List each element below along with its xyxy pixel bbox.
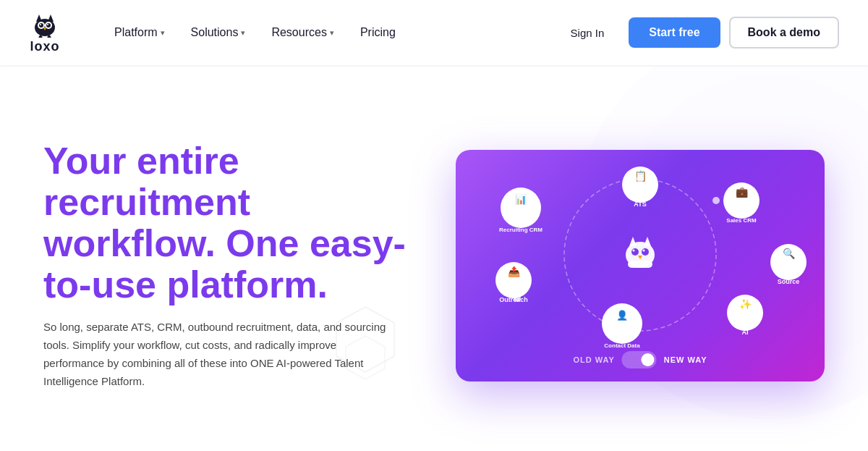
main-content: Your entire recruitment workflow. One ea… bbox=[0, 65, 868, 451]
nav-pricing[interactable]: Pricing bbox=[350, 20, 406, 45]
svg-marker-23 bbox=[644, 237, 651, 246]
nav-pricing-label: Pricing bbox=[360, 26, 396, 39]
svg-text:Contact Data: Contact Data bbox=[604, 342, 640, 349]
svg-text:Recruiting CRM: Recruiting CRM bbox=[499, 227, 542, 233]
svg-marker-1 bbox=[36, 14, 42, 22]
nav-solutions-label: Solutions bbox=[191, 26, 239, 39]
toggle-old-label: OLD WAY bbox=[573, 355, 614, 364]
svg-marker-22 bbox=[629, 237, 637, 246]
svg-point-7 bbox=[40, 24, 41, 25]
svg-point-29 bbox=[643, 249, 645, 251]
chevron-down-icon: ▾ bbox=[161, 28, 165, 38]
svg-text:📤: 📤 bbox=[508, 266, 521, 278]
node-sales-crm: 💼 Sales CRM bbox=[723, 182, 760, 224]
svg-point-28 bbox=[633, 249, 635, 251]
svg-point-8 bbox=[47, 24, 48, 25]
node-ats: 📋 ATS bbox=[622, 167, 658, 208]
svg-point-26 bbox=[631, 248, 639, 256]
svg-text:🔍: 🔍 bbox=[783, 248, 796, 260]
start-free-button[interactable]: Start free bbox=[629, 17, 720, 48]
svg-text:ATS: ATS bbox=[634, 201, 646, 208]
svg-point-53 bbox=[637, 175, 644, 182]
logo-icon bbox=[29, 12, 61, 38]
nav-links: Platform ▾ Solutions ▾ Resources ▾ Prici… bbox=[104, 20, 555, 45]
nav-platform[interactable]: Platform ▾ bbox=[104, 20, 175, 45]
svg-point-59 bbox=[517, 204, 524, 211]
chevron-down-icon: ▾ bbox=[330, 28, 334, 38]
nav-platform-label: Platform bbox=[114, 26, 158, 39]
svg-point-57 bbox=[615, 327, 622, 334]
svg-text:Outreach: Outreach bbox=[499, 296, 528, 303]
svg-text:👤: 👤 bbox=[616, 309, 629, 321]
diagram-card: 📋 ATS 💼 Sales CRM 🔍 Source bbox=[456, 150, 825, 382]
nav-right: Sign In Start free Book a demo bbox=[555, 17, 839, 49]
svg-point-55 bbox=[785, 258, 792, 266]
svg-text:Sales CRM: Sales CRM bbox=[726, 217, 757, 224]
logo-text: loxo bbox=[30, 39, 59, 54]
hero-headline: Your entire recruitment workflow. One ea… bbox=[43, 140, 420, 306]
svg-rect-31 bbox=[628, 261, 652, 268]
toggle-new-label: NEW WAY bbox=[664, 355, 707, 364]
nav-resources-label: Resources bbox=[271, 26, 326, 39]
diagram-svg: 📋 ATS 💼 Sales CRM 🔍 Source bbox=[456, 150, 825, 382]
nav-resources[interactable]: Resources ▾ bbox=[261, 20, 344, 45]
node-contact-data: 👤 Contact Data bbox=[602, 303, 642, 349]
chevron-down-icon: ▾ bbox=[241, 28, 245, 38]
node-outreach: 📤 Outreach bbox=[495, 262, 532, 303]
svg-text:✨: ✨ bbox=[739, 298, 752, 311]
nav-solutions[interactable]: Solutions ▾ bbox=[181, 20, 256, 45]
svg-text:Source: Source bbox=[778, 278, 800, 285]
toggle-switch[interactable] bbox=[622, 351, 657, 368]
svg-point-6 bbox=[46, 23, 51, 28]
hero-text-section: Your entire recruitment workflow. One ea… bbox=[43, 140, 420, 391]
hero-subtext: So long, separate ATS, CRM, outbound rec… bbox=[43, 319, 391, 390]
logo[interactable]: loxo bbox=[29, 12, 61, 54]
node-ai: ✨ AI bbox=[727, 295, 763, 336]
navbar: loxo Platform ▾ Solutions ▾ Resources ▾ … bbox=[0, 0, 868, 65]
toggle-bar: OLD WAY NEW WAY bbox=[573, 351, 707, 368]
sign-in-button[interactable]: Sign In bbox=[555, 20, 621, 46]
svg-point-5 bbox=[39, 23, 43, 28]
toggle-knob bbox=[642, 353, 655, 366]
hero-diagram: 📋 ATS 💼 Sales CRM 🔍 Source bbox=[420, 150, 825, 382]
svg-text:AI: AI bbox=[742, 329, 749, 336]
svg-marker-2 bbox=[48, 14, 54, 22]
book-demo-button[interactable]: Book a demo bbox=[729, 17, 839, 49]
svg-point-58 bbox=[514, 295, 521, 302]
svg-text:📊: 📊 bbox=[515, 193, 527, 206]
svg-text:💼: 💼 bbox=[736, 186, 749, 198]
svg-point-56 bbox=[741, 316, 749, 324]
svg-point-27 bbox=[642, 248, 649, 256]
svg-point-54 bbox=[712, 197, 720, 204]
